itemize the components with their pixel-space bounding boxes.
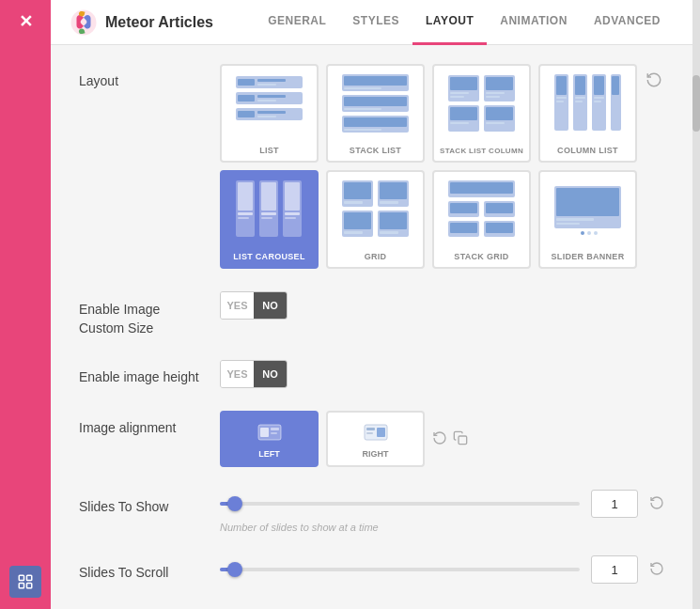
layout-preview-stack-list (337, 66, 413, 140)
layout-preview-grid (337, 172, 413, 246)
svg-rect-33 (486, 96, 500, 98)
layout-preview-slider-banner (550, 172, 626, 246)
enable-custom-size-section: Enable Image Custom Size YES NO (79, 291, 664, 337)
enable-image-height-content: YES NO (220, 360, 664, 388)
slides-to-scroll-thumb[interactable] (227, 562, 242, 577)
slides-to-show-reset-icon[interactable] (649, 495, 664, 513)
svg-rect-22 (344, 108, 381, 110)
layout-card-stack-list-column[interactable]: STACK LIST COLUMN (432, 64, 531, 163)
image-alignment-wrap: LEFT RIGHT (220, 411, 664, 467)
svg-rect-12 (257, 95, 286, 98)
sidebar-bottom (9, 566, 41, 598)
svg-rect-101 (366, 428, 375, 430)
image-alignment-section: Image alignment LEFT (79, 411, 664, 467)
slides-to-scroll-track[interactable] (220, 568, 580, 571)
image-alignment-content: LEFT RIGHT (220, 411, 664, 467)
svg-rect-16 (257, 116, 276, 117)
layout-card-stack-list[interactable]: STACK LIST (326, 64, 425, 163)
layout-preview-stack-list-column (443, 66, 520, 141)
enable-image-height-section: Enable image height YES NO (79, 360, 664, 388)
tab-advanced[interactable]: ADVANCED (581, 0, 674, 45)
layout-preview-list-carousel (231, 172, 307, 246)
layout-card-stack-list-column-label: STACK LIST COLUMN (440, 147, 523, 155)
svg-rect-3 (27, 584, 32, 588)
slides-to-show-thumb[interactable] (227, 496, 242, 511)
enable-custom-size-content: YES NO (220, 291, 664, 320)
layout-card-stack-list-label: STACK LIST (350, 146, 401, 155)
close-button[interactable]: ✕ (19, 11, 33, 32)
toggle-no-height[interactable]: NO (254, 361, 287, 387)
toggle-no-option[interactable]: NO (254, 292, 287, 319)
toggle-yes-height[interactable]: YES (221, 361, 254, 387)
tab-animation[interactable]: ANIMATION (487, 0, 581, 45)
svg-rect-89 (556, 188, 619, 216)
enable-image-height-toggle-wrap: YES NO (220, 360, 664, 388)
layout-card-list-carousel[interactable]: LIST CAROUSEL (220, 170, 319, 269)
svg-rect-29 (450, 96, 464, 98)
align-card-right[interactable]: RIGHT (326, 411, 425, 467)
alignment-reset-icon[interactable] (432, 430, 447, 448)
tab-general[interactable]: GENERAL (255, 0, 339, 45)
svg-rect-19 (344, 87, 381, 89)
column-list-preview-svg (552, 72, 623, 133)
slides-to-scroll-reset-icon[interactable] (649, 561, 664, 579)
svg-rect-67 (344, 182, 371, 199)
svg-rect-39 (486, 122, 505, 124)
svg-rect-31 (486, 77, 513, 90)
svg-rect-45 (575, 76, 585, 95)
svg-rect-1 (27, 575, 32, 580)
svg-rect-76 (380, 212, 407, 229)
svg-rect-74 (344, 231, 363, 234)
slides-to-scroll-value[interactable]: 1 (591, 555, 638, 584)
tab-layout[interactable]: LAYOUT (412, 0, 487, 45)
svg-rect-10 (257, 84, 276, 86)
scrollbar-thumb[interactable] (692, 75, 700, 132)
layout-preview-list (231, 66, 307, 140)
slides-to-show-value[interactable]: 1 (591, 490, 638, 518)
slides-to-show-track[interactable] (220, 502, 580, 506)
layout-card-stack-grid[interactable]: STACK GRID (432, 170, 531, 269)
main-panel: Meteor Articles GENERAL STYLES LAYOUT AN… (51, 0, 692, 609)
slider-banner-preview-svg (552, 179, 623, 240)
svg-rect-11 (238, 95, 255, 102)
slides-to-show-content: 1 Number of slides to show at a time (220, 490, 664, 533)
enable-image-height-toggle[interactable]: YES NO (220, 360, 288, 388)
layout-grid-container: LIST (220, 64, 664, 269)
layout-card-grid-label: GRID (365, 252, 387, 261)
svg-rect-25 (344, 129, 381, 131)
settings-icon-box[interactable] (9, 566, 41, 598)
svg-rect-46 (575, 97, 585, 99)
layout-section: Layout (79, 64, 664, 269)
layout-card-column-list-label: COLUMN LIST (557, 146, 618, 155)
svg-rect-70 (380, 182, 407, 199)
svg-rect-96 (260, 428, 269, 437)
layout-content: LIST (220, 64, 664, 269)
toggle-yes-option[interactable]: YES (221, 292, 254, 319)
slides-to-show-section: Slides To Show 1 Number of slid (79, 490, 664, 533)
scrollbar[interactable] (692, 0, 700, 609)
alignment-copy-icon[interactable] (453, 430, 468, 448)
slides-to-scroll-label: Slides To Scroll (79, 555, 220, 580)
svg-rect-28 (450, 92, 469, 94)
layout-reset-icon[interactable] (646, 71, 664, 90)
slides-to-scroll-content: 1 (220, 555, 664, 587)
tab-styles[interactable]: STYLES (339, 0, 412, 45)
svg-rect-81 (450, 203, 477, 213)
svg-rect-8 (238, 79, 255, 86)
layout-card-list[interactable]: LIST (220, 64, 319, 163)
layout-label: Layout (79, 64, 220, 88)
layout-card-grid[interactable]: GRID (326, 170, 425, 269)
enable-custom-size-toggle[interactable]: YES NO (220, 291, 288, 320)
align-card-left[interactable]: LEFT (220, 411, 319, 467)
layout-card-slider-banner[interactable]: SLIDER BANNER (538, 170, 637, 269)
svg-rect-21 (344, 97, 407, 106)
align-reset-icons (432, 430, 468, 448)
svg-rect-98 (271, 432, 277, 434)
layout-card-column-list[interactable]: COLUMN LIST (538, 64, 637, 163)
layout-card-stack-grid-label: STACK GRID (454, 252, 508, 261)
svg-rect-64 (285, 212, 300, 215)
header-tabs: GENERAL STYLES LAYOUT ANIMATION ADVANCED (255, 0, 674, 45)
align-right-label: RIGHT (363, 449, 389, 459)
svg-rect-36 (450, 122, 469, 124)
slides-to-show-hint: Number of slides to show at a time (220, 522, 664, 533)
